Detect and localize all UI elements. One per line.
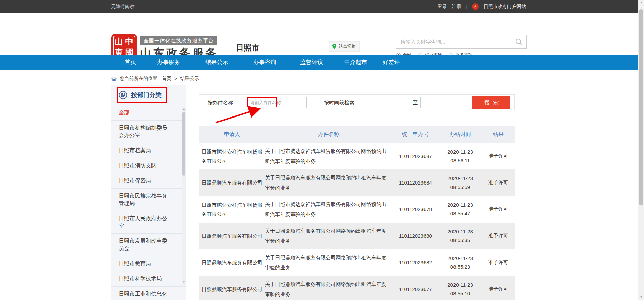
sidebar-item-all[interactable]: 全部	[111, 105, 186, 121]
cell-finish-time: 2020-11-2308:55:59	[438, 169, 482, 196]
sidebar-item[interactable]: 日照市工业和信息化	[111, 287, 186, 300]
cell-case-name: 关于日照鼎顺汽车服务有限公司网络预约出租汽车年度审验的业务	[265, 169, 392, 196]
home-icon	[111, 76, 117, 81]
platform-badge: 全国一体化在线政务服务平台	[140, 36, 217, 45]
sidebar-item[interactable]: 日照市科学技术局	[111, 271, 186, 287]
sidebar-item[interactable]: 日照市教育局	[111, 256, 186, 271]
cell-result: 准予许可	[482, 223, 515, 249]
page-scrollbar: ▲ ▼	[638, 0, 644, 300]
seal-char: 中	[124, 36, 135, 47]
department-sidebar: 按部门分类 全部 日照市机构编制委员会办公室 日照市档案局 日照市消防支队 日照…	[111, 85, 186, 300]
nav-item-supervision[interactable]: 监督评议	[300, 55, 323, 70]
topbar-divider: |	[466, 4, 467, 9]
cell-applicant: 日照鼎顺汽车服务有限公司	[199, 223, 265, 249]
table-row: 日照鼎顺汽车服务有限公司 关于日照鼎顺汽车服务有限公司网络预约出租汽车年度审验的…	[199, 223, 515, 249]
breadcrumb-separator: >	[174, 76, 177, 81]
topbar-right-group: 登录 注册 | ★ 日照市政府门户网站	[438, 0, 526, 13]
scroll-down-icon[interactable]: ▼	[183, 280, 185, 285]
table-row: 日照市腾达众祥汽车租赁服务有限公司 关于日照市腾达众祥汽车租赁服务有限公司网络预…	[199, 143, 515, 169]
breadcrumb-prefix: 您当前所在的位置:	[120, 76, 159, 82]
main-navbar: 首页 办事服务 结果公示 办事咨询 监督评议 中介超市 好差评 使用帮助	[0, 55, 638, 70]
department-category-icon	[119, 91, 127, 99]
sidebar-item[interactable]: 日照市民族宗教事务管理局	[111, 189, 186, 211]
nav-item-home[interactable]: 首页	[125, 55, 136, 70]
cell-number: 110112023680	[392, 223, 438, 249]
cell-number: 110112023684	[392, 169, 438, 196]
cell-finish-time: 2020-11-2308:55:23	[438, 249, 482, 276]
date-from-input[interactable]	[359, 97, 404, 108]
page: 无障碍阅读 登录 注册 | ★ 日照市政府门户网站 山 中 東 國 全国一体化在…	[0, 0, 644, 300]
nav-item-rating[interactable]: 好差评	[383, 55, 400, 70]
nav-item-services[interactable]: 办事服务	[157, 55, 180, 70]
national-emblem-icon: ★	[472, 3, 479, 10]
scrollbar-down-icon[interactable]: ▼	[638, 295, 644, 300]
help-button[interactable]: 使用帮助	[568, 111, 611, 122]
cell-result: 准予许可	[482, 196, 515, 223]
cell-number: 110112023677	[392, 276, 438, 300]
date: 2020-11-23	[447, 282, 473, 288]
table-row: 日照鼎顺汽车服务有限公司 关于日照鼎顺汽车服务有限公司网络预约出租汽车年度审验的…	[199, 169, 515, 196]
sidebar-item[interactable]: 日照市发展和改革委员会	[111, 234, 186, 256]
case-name-input[interactable]	[247, 97, 307, 108]
time: 08:55:47	[450, 211, 470, 216]
nav-item-intermediary[interactable]: 中介超市	[344, 55, 367, 70]
result-filter-bar: 按办件名称: 按时间段检索: 至 搜索	[199, 94, 515, 110]
nav-item-results[interactable]: 结果公示	[205, 55, 228, 70]
time: 08:55:35	[450, 237, 470, 243]
cell-case-name: 关于日照市腾达众祥汽车租赁服务有限公司网络预约出租汽车年度审验的业务	[265, 143, 392, 169]
time: 08:56:11	[450, 158, 470, 163]
accessibility-link[interactable]: 无障碍阅读	[111, 0, 135, 13]
scrollbar-up-icon[interactable]: ▲	[638, 0, 644, 5]
sidebar-item[interactable]: 日照市保密局	[111, 173, 186, 189]
sidebar-title: 按部门分类	[131, 91, 162, 99]
cell-result: 准予许可	[482, 169, 515, 196]
results-table: 申请人 办件名称 统一申办号 办结时间 结果 日照市腾达众祥汽车租赁服务有限公司…	[199, 126, 515, 300]
login-link[interactable]: 登录	[438, 4, 447, 10]
cell-number: 110112023678	[392, 196, 438, 223]
date: 2020-11-23	[447, 202, 473, 208]
cell-case-name: 关于日照市腾达众祥汽车租赁服务有限公司网络预约出租汽车年度审验的业务	[265, 196, 392, 223]
table-row: 日照市腾达众祥汽车租赁服务有限公司 关于日照市腾达众祥汽车租赁服务有限公司网络预…	[199, 196, 515, 223]
cell-case-name: 关于日照鼎顺汽车服务有限公司网络预约出租汽车年度审验的业务	[265, 223, 392, 249]
col-header-case-name: 办件名称	[265, 126, 392, 143]
time: 08:55:10	[450, 291, 470, 296]
cell-number: 110112023682	[392, 249, 438, 276]
sidebar-item[interactable]: 日照市人民政府办公室	[111, 211, 186, 234]
cell-result: 准予许可	[482, 249, 515, 276]
breadcrumb-home-link[interactable]: 首页	[162, 76, 171, 82]
portal-link[interactable]: 日照市政府门户网站	[484, 4, 526, 10]
department-list: 全部 日照市机构编制委员会办公室 日照市档案局 日照市消防支队 日照市保密局 日…	[111, 105, 186, 300]
table-row: 日照鼎顺汽车服务有限公司 关于日照鼎顺汽车服务有限公司网络预约出租汽车年度审验的…	[199, 249, 515, 276]
date: 2020-11-23	[447, 255, 473, 261]
cell-finish-time: 2020-11-2308:56:11	[438, 143, 482, 169]
name-filter-label: 按办件名称:	[208, 95, 234, 110]
register-link[interactable]: 注册	[452, 4, 461, 10]
search-button[interactable]: 搜索	[472, 96, 510, 109]
breadcrumb: 您当前所在的位置: 首页 > 结果公示	[111, 75, 199, 82]
scroll-up-icon[interactable]: ▲	[183, 107, 185, 111]
keyword-search-box	[396, 35, 527, 49]
sidebar-item[interactable]: 日照市机构编制委员会办公室	[111, 121, 186, 143]
site-switch-label: 站点切换	[339, 43, 356, 49]
sidebar-scroll-thumb[interactable]	[182, 112, 185, 176]
search-icon[interactable]	[515, 38, 523, 46]
page-scroll-thumb[interactable]	[639, 9, 643, 205]
time-filter-label: 按时间段检索:	[324, 95, 356, 110]
date: 2020-11-23	[447, 175, 473, 181]
nav-item-consult[interactable]: 办事咨询	[253, 55, 276, 70]
time: 08:55:59	[450, 184, 470, 190]
cell-case-name: 关于日照鼎顺汽车服务有限公司网络预约出租汽车年度审验的业务	[265, 249, 392, 276]
col-header-finish-time: 办结时间	[438, 126, 482, 143]
keyword-search-input[interactable]	[396, 35, 526, 48]
cell-applicant: 日照鼎顺汽车服务有限公司	[199, 249, 265, 276]
date-to-input[interactable]	[420, 97, 466, 108]
cell-result: 准予许可	[482, 143, 515, 169]
sidebar-item[interactable]: 日照市消防支队	[111, 158, 186, 173]
cell-result: 准予许可	[482, 276, 515, 300]
cell-applicant: 日照鼎顺汽车服务有限公司	[199, 169, 265, 196]
sidebar-scrollbar: ▲ ▼	[182, 107, 186, 285]
site-switch-button[interactable]: 站点切换	[329, 41, 360, 52]
seal-char: 山	[114, 36, 124, 47]
sidebar-item[interactable]: 日照市档案局	[111, 143, 186, 158]
cell-finish-time: 2020-11-2308:55:47	[438, 196, 482, 223]
